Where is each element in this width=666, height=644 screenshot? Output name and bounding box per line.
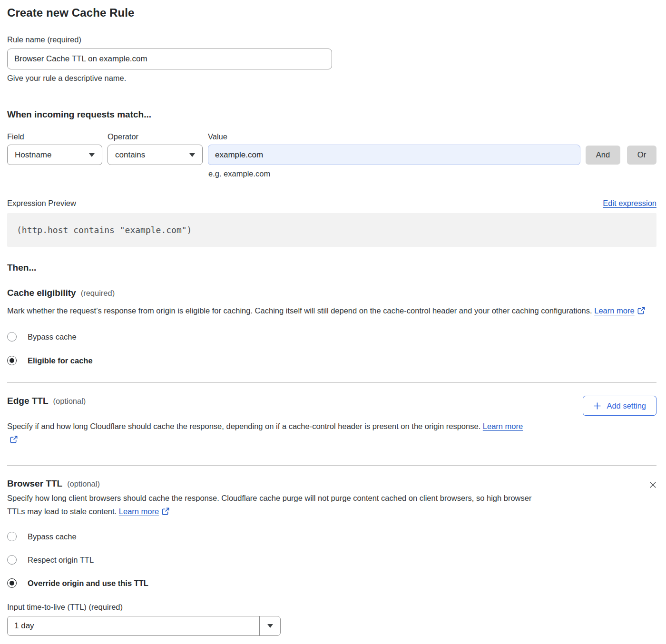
- chevron-down-icon: [189, 153, 195, 157]
- cache-eligibility-header: Cache eligibility (required): [7, 288, 656, 298]
- and-button[interactable]: And: [586, 146, 620, 165]
- edge-ttl-heading: Edge TTL (optional): [7, 396, 86, 406]
- ttl-select[interactable]: 1 day: [7, 616, 281, 636]
- radio-option-label: Bypass cache: [28, 332, 77, 342]
- value-label: Value: [208, 132, 580, 141]
- edge-ttl-optional-tag: (optional): [53, 397, 86, 406]
- rule-name-label: Rule name (required): [7, 35, 656, 44]
- radio-icon: [7, 332, 17, 342]
- external-link-icon: [10, 436, 18, 445]
- expression-code-block: (http.host contains "example.com"): [7, 213, 656, 247]
- page-title: Create new Cache Rule: [7, 6, 656, 20]
- radio-option-override-origin-ttl[interactable]: Override origin and use this TTL: [7, 578, 656, 588]
- operator-label: Operator: [108, 132, 203, 141]
- value-input[interactable]: [208, 145, 580, 165]
- radio-option-eligible-for-cache[interactable]: Eligible for cache: [7, 356, 656, 365]
- edge-ttl-description-text: Specify if and how long Cloudflare shoul…: [7, 422, 480, 430]
- radio-option-label: Override origin and use this TTL: [28, 579, 148, 588]
- then-heading: Then...: [7, 263, 656, 273]
- cache-eligibility-title: Cache eligibility: [7, 288, 76, 298]
- rule-name-input[interactable]: [7, 49, 332, 69]
- edit-expression-link[interactable]: Edit expression: [603, 199, 656, 208]
- close-browser-ttl-button[interactable]: [647, 479, 658, 490]
- cache-eligibility-description-text: Mark whether the request’s response from…: [7, 306, 592, 315]
- edge-ttl-description: Specify if and how long Cloudflare shoul…: [7, 420, 533, 447]
- radio-option-bypass-cache[interactable]: Bypass cache: [7, 332, 656, 342]
- field-select[interactable]: Hostname: [7, 145, 102, 165]
- edge-ttl-learn-more-link[interactable]: Learn more: [483, 422, 523, 430]
- create-cache-rule-form: Create new Cache Rule Rule name (require…: [0, 0, 666, 644]
- cache-eligibility-required-tag: (required): [81, 289, 115, 298]
- ttl-input-label: Input time-to-live (TTL) (required): [7, 603, 656, 612]
- external-link-icon: [162, 508, 169, 517]
- operator-select[interactable]: contains: [108, 145, 203, 165]
- chevron-down-icon: [89, 153, 95, 157]
- radio-option-label: Bypass cache: [28, 532, 77, 541]
- cache-eligibility-description: Mark whether the request’s response from…: [7, 304, 648, 318]
- radio-checked-icon: [7, 578, 17, 588]
- radio-option-label: Respect origin TTL: [28, 556, 94, 565]
- rule-name-helper: Give your rule a descriptive name.: [7, 74, 656, 83]
- field-label: Field: [7, 132, 102, 141]
- browser-ttl-heading: Browser TTL (optional): [7, 478, 100, 489]
- browser-ttl-description-text: Specify how long client browsers should …: [7, 494, 531, 516]
- match-controls-row: Hostname contains And Or: [7, 145, 656, 165]
- operator-select-value: contains: [115, 150, 145, 160]
- browser-ttl-title: Browser TTL: [7, 478, 62, 489]
- field-select-value: Hostname: [15, 150, 51, 160]
- plus-icon: [593, 402, 601, 410]
- ttl-select-value: 1 day: [8, 616, 259, 635]
- match-column-labels: Field Operator Value: [7, 132, 656, 141]
- add-setting-label: Add setting: [607, 401, 646, 410]
- or-button[interactable]: Or: [627, 146, 656, 165]
- radio-option-respect-origin-ttl[interactable]: Respect origin TTL: [7, 555, 656, 565]
- ttl-select-caret-segment[interactable]: [259, 616, 280, 635]
- match-heading: When incoming requests match...: [7, 109, 656, 120]
- edge-ttl-title: Edge TTL: [7, 396, 49, 406]
- add-setting-button[interactable]: Add setting: [583, 396, 656, 416]
- browser-ttl-description: Specify how long client browsers should …: [7, 491, 533, 519]
- expression-preview-row: Expression Preview Edit expression: [7, 199, 656, 208]
- radio-option-label: Eligible for cache: [28, 356, 93, 365]
- radio-option-browser-bypass-cache[interactable]: Bypass cache: [7, 532, 656, 541]
- cache-eligibility-learn-more-link[interactable]: Learn more: [594, 306, 634, 315]
- browser-ttl-optional-tag: (optional): [67, 479, 100, 488]
- expression-preview-label: Expression Preview: [7, 199, 76, 208]
- radio-icon: [7, 555, 17, 565]
- value-hint: e.g. example.com: [208, 169, 656, 178]
- external-link-icon: [637, 307, 645, 316]
- browser-ttl-learn-more-link[interactable]: Learn more: [119, 507, 159, 516]
- radio-icon: [7, 532, 17, 541]
- radio-checked-icon: [7, 356, 17, 365]
- edge-ttl-header: Edge TTL (optional) Add setting: [7, 396, 656, 416]
- section-divider: [7, 382, 656, 383]
- section-divider: [7, 465, 656, 466]
- section-divider: [7, 93, 656, 93]
- chevron-down-icon: [267, 624, 273, 628]
- browser-ttl-header: Browser TTL (optional): [7, 478, 656, 490]
- close-icon: [648, 484, 657, 491]
